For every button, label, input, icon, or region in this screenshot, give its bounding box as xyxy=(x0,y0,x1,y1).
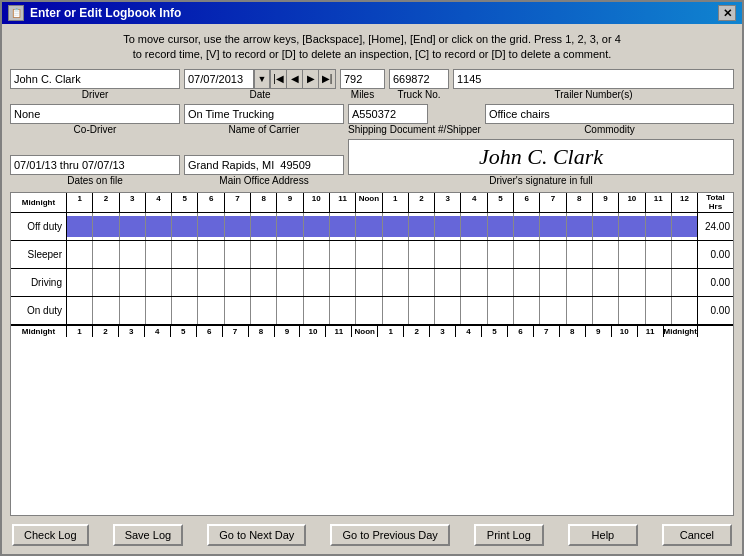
commodity-group: Commodity xyxy=(485,104,734,135)
date-group: ▼ |◀ ◀ ▶ ▶| Date xyxy=(184,69,336,100)
truck-input[interactable] xyxy=(389,69,449,89)
carrier-input[interactable] xyxy=(184,104,344,124)
signature-label: Driver's signature in full xyxy=(348,175,734,186)
sleeper-total: 0.00 xyxy=(697,241,733,268)
grid-header-bottom: Midnight 1 2 3 4 5 6 7 8 9 10 11 Noon 1 … xyxy=(11,325,733,337)
address-input[interactable] xyxy=(184,155,344,175)
footer-hours: 1 2 3 4 5 6 7 8 9 10 11 Noon 1 2 3 4 5 xyxy=(67,326,697,337)
shipping-group: Shipping Document #/Shipper xyxy=(348,104,481,135)
date-nav: |◀ ◀ ▶ ▶| xyxy=(270,69,336,89)
content-area: To move cursor, use the arrow keys, [Bac… xyxy=(2,24,742,554)
print-log-button[interactable]: Print Log xyxy=(474,524,544,546)
truck-label: Truck No. xyxy=(389,89,449,100)
sleeper-grid[interactable] xyxy=(67,241,697,268)
carrier-group: Name of Carrier xyxy=(184,104,344,135)
main-window: 📋 Enter or Edit Logbook Info ✕ To move c… xyxy=(0,0,744,556)
signature-display: John C. Clark xyxy=(479,144,603,170)
date-prev-btn[interactable]: ◀ xyxy=(287,70,303,88)
date-next-btn[interactable]: ▶ xyxy=(303,70,319,88)
on-duty-label: On duty xyxy=(11,297,67,324)
off-duty-row[interactable]: Off duty 24.00 xyxy=(11,213,733,241)
co-driver-label: Co-Driver xyxy=(10,124,180,135)
title-bar: 📋 Enter or Edit Logbook Info ✕ xyxy=(2,2,742,24)
save-log-button[interactable]: Save Log xyxy=(113,524,183,546)
cancel-button[interactable]: Cancel xyxy=(662,524,732,546)
off-duty-total: 24.00 xyxy=(697,213,733,240)
total-header: TotalHrs xyxy=(697,193,733,213)
driving-grid[interactable] xyxy=(67,269,697,296)
address-group: Main Office Address xyxy=(184,155,344,186)
miles-group: Miles xyxy=(340,69,385,100)
miles-label: Miles xyxy=(340,89,385,100)
trailer-group: Trailer Number(s) xyxy=(453,69,734,100)
footer-right xyxy=(697,326,733,337)
miles-input[interactable] xyxy=(340,69,385,89)
driver-group: Driver xyxy=(10,69,180,100)
dates-label: Dates on file xyxy=(10,175,180,186)
driving-label: Driving xyxy=(11,269,67,296)
carrier-label: Name of Carrier xyxy=(184,124,344,135)
date-dropdown-btn[interactable]: ▼ xyxy=(254,69,270,89)
next-day-button[interactable]: Go to Next Day xyxy=(207,524,306,546)
on-duty-grid[interactable] xyxy=(67,297,697,324)
off-duty-grid[interactable] xyxy=(67,213,697,240)
trailer-input[interactable] xyxy=(453,69,734,89)
on-duty-row[interactable]: On duty 0.00 xyxy=(11,297,733,325)
driving-total: 0.00 xyxy=(697,269,733,296)
signature-group: John C. Clark Driver's signature in full xyxy=(348,139,734,186)
header-midnight-label: Midnight xyxy=(11,193,67,213)
driver-label: Driver xyxy=(10,89,180,100)
window-title: Enter or Edit Logbook Info xyxy=(30,6,181,20)
instructions: To move cursor, use the arrow keys, [Bac… xyxy=(10,30,734,65)
instruction-line2: to record time, [V] to record or [D] to … xyxy=(14,47,730,62)
prev-day-button[interactable]: Go to Previous Day xyxy=(330,524,449,546)
commodity-input[interactable] xyxy=(485,104,734,124)
trailer-label: Trailer Number(s) xyxy=(453,89,734,100)
form-row-2: Co-Driver Name of Carrier Shipping Docum… xyxy=(10,104,734,135)
check-log-button[interactable]: Check Log xyxy=(12,524,89,546)
shipping-input[interactable] xyxy=(348,104,428,124)
commodity-label: Commodity xyxy=(485,124,734,135)
sleeper-row[interactable]: Sleeper 0.00 xyxy=(11,241,733,269)
co-driver-group: Co-Driver xyxy=(10,104,180,135)
off-duty-label: Off duty xyxy=(11,213,67,240)
dates-input[interactable] xyxy=(10,155,180,175)
on-duty-total: 0.00 xyxy=(697,297,733,324)
driver-input[interactable] xyxy=(10,69,180,89)
driving-row[interactable]: Driving 0.00 xyxy=(11,269,733,297)
truck-group: Truck No. xyxy=(389,69,449,100)
help-button[interactable]: Help xyxy=(568,524,638,546)
shipping-label: Shipping Document #/Shipper xyxy=(348,124,481,135)
date-label: Date xyxy=(184,89,336,100)
date-last-btn[interactable]: ▶| xyxy=(319,70,335,88)
form-row-1: Driver ▼ |◀ ◀ ▶ ▶| Date Miles xyxy=(10,69,734,100)
co-driver-input[interactable] xyxy=(10,104,180,124)
button-row: Check Log Save Log Go to Next Day Go to … xyxy=(10,520,734,548)
header-hours: 1 2 3 4 5 6 7 8 9 10 11 Noon 1 2 3 4 5 xyxy=(67,193,697,213)
sleeper-label: Sleeper xyxy=(11,241,67,268)
footer-midnight-label: Midnight xyxy=(11,326,67,337)
grid-header-top: Midnight 1 2 3 4 5 6 7 8 9 10 11 Noon 1 … xyxy=(11,193,733,214)
address-label: Main Office Address xyxy=(184,175,344,186)
date-first-btn[interactable]: |◀ xyxy=(271,70,287,88)
log-grid[interactable]: Midnight 1 2 3 4 5 6 7 8 9 10 11 Noon 1 … xyxy=(10,192,734,516)
instruction-line1: To move cursor, use the arrow keys, [Bac… xyxy=(14,32,730,47)
close-button[interactable]: ✕ xyxy=(718,5,736,21)
dates-group: Dates on file xyxy=(10,155,180,186)
date-input[interactable] xyxy=(184,69,254,89)
window-icon: 📋 xyxy=(8,5,24,21)
form-row-3: Dates on file Main Office Address John C… xyxy=(10,139,734,186)
